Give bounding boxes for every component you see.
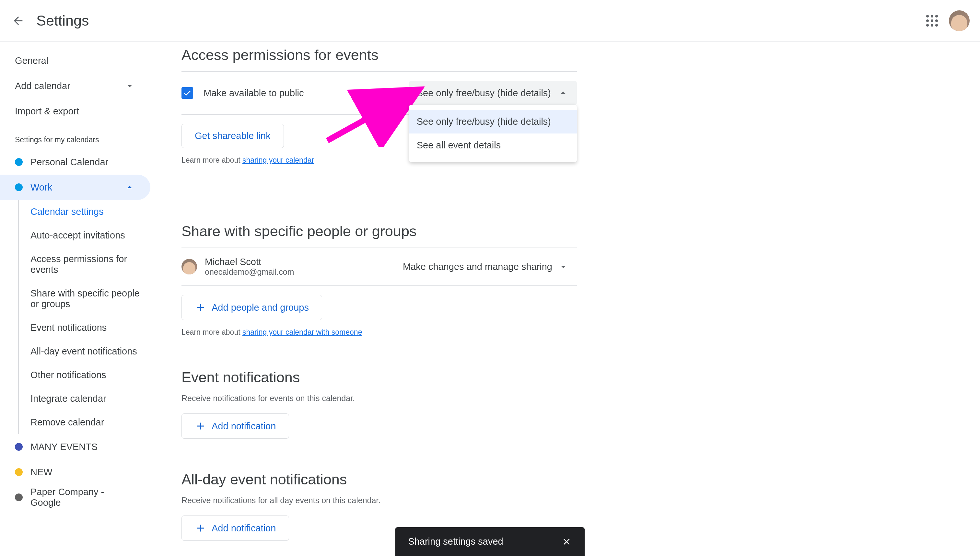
person-email: onecaldemo@gmail.com (205, 267, 294, 277)
main-layout: General Add calendar Import & export Set… (0, 42, 980, 556)
sub-item-share-specific[interactable]: Share with specific people or groups (19, 281, 155, 316)
sidebar-sub-items: Calendar settings Auto-accept invitation… (18, 200, 155, 434)
dropdown-container: See only free/busy (hide details) See on… (409, 81, 577, 105)
sidebar: General Add calendar Import & export Set… (0, 42, 155, 556)
sidebar-item-add-calendar[interactable]: Add calendar (0, 73, 150, 99)
permission-value: Make changes and manage sharing (403, 262, 552, 272)
sidebar-item-import-export[interactable]: Import & export (0, 99, 150, 124)
sub-item-calendar-settings[interactable]: Calendar settings (19, 200, 155, 223)
section-event-notifications: Event notifications Receive notification… (181, 369, 577, 439)
section-title: All-day event notifications (181, 471, 577, 488)
dropdown-menu: See only free/busy (hide details) See al… (409, 105, 577, 162)
sidebar-item-label: Work (31, 182, 52, 193)
add-people-button[interactable]: Add people and groups (181, 295, 322, 320)
header: Settings (0, 0, 980, 42)
sidebar-item-label: MANY EVENTS (31, 441, 97, 452)
sidebar-item-label: General (15, 55, 48, 66)
section-title: Event notifications (181, 369, 577, 386)
checkbox-row: Make available to public See only free/b… (181, 72, 577, 115)
header-right (924, 10, 970, 31)
sidebar-calendar-work[interactable]: Work (0, 175, 150, 200)
plus-icon (195, 420, 207, 432)
sidebar-item-general[interactable]: General (0, 48, 150, 73)
page-title: Settings (36, 12, 89, 29)
sidebar-heading: Settings for my calendars (0, 124, 155, 149)
section-title: Access permissions for events (181, 47, 577, 63)
toast-message: Sharing settings saved (408, 536, 503, 547)
dropdown-option-free-busy[interactable]: See only free/busy (hide details) (409, 110, 577, 134)
user-avatar[interactable] (949, 10, 970, 31)
calendar-color-dot (15, 493, 23, 501)
sidebar-calendar-new[interactable]: NEW (0, 459, 150, 485)
calendar-color-dot (15, 468, 23, 476)
content: Access permissions for events Make avail… (155, 42, 980, 556)
sub-item-allday-notifications[interactable]: All-day event notifications (19, 339, 155, 363)
person-name: Michael Scott (205, 257, 294, 267)
chevron-down-icon (557, 261, 569, 273)
section-description: Receive notifications for all day events… (181, 496, 577, 505)
sub-item-event-notifications[interactable]: Event notifications (19, 316, 155, 339)
sidebar-item-label: Import & export (15, 106, 79, 116)
button-label: Add notification (212, 421, 276, 432)
add-notification-button[interactable]: Add notification (181, 414, 289, 439)
chevron-up-icon (124, 181, 136, 193)
close-icon (562, 537, 572, 547)
section-title: Share with specific people or groups (181, 223, 577, 240)
toast-close-button[interactable] (562, 537, 572, 547)
arrow-back-icon (12, 14, 24, 27)
chevron-up-icon (557, 87, 569, 99)
checkbox-label: Make available to public (204, 88, 304, 99)
sidebar-item-label: Paper Company - Google (31, 486, 136, 508)
person-info: Michael Scott onecaldemo@gmail.com (205, 257, 294, 277)
chevron-down-icon (124, 80, 136, 92)
sidebar-item-label: NEW (31, 467, 52, 478)
button-label: Get shareable link (195, 131, 271, 141)
dropdown-option-all-details[interactable]: See all event details (409, 134, 577, 157)
learn-more-text: Learn more about sharing your calendar w… (181, 328, 577, 337)
dropdown-value: See only free/busy (hide details) (417, 88, 551, 99)
sidebar-calendar-many-events[interactable]: MANY EVENTS (0, 434, 150, 459)
section-access-permissions: Access permissions for events Make avail… (181, 47, 577, 165)
section-share-specific: Share with specific people or groups Mic… (181, 223, 577, 337)
calendar-color-dot (15, 183, 23, 191)
calendar-color-dot (15, 443, 23, 451)
sub-item-access-permissions[interactable]: Access permissions for events (19, 247, 155, 281)
get-shareable-link-button[interactable]: Get shareable link (181, 124, 284, 148)
person-row: Michael Scott onecaldemo@gmail.com Make … (181, 248, 577, 286)
sidebar-calendar-paper-company[interactable]: Paper Company - Google (0, 485, 150, 510)
visibility-dropdown[interactable]: See only free/busy (hide details) (409, 81, 577, 105)
person-avatar (181, 259, 197, 275)
sub-item-remove[interactable]: Remove calendar (19, 411, 155, 434)
section-description: Receive notifications for events on this… (181, 394, 577, 403)
sidebar-item-label: Personal Calendar (31, 157, 108, 168)
learn-more-link[interactable]: sharing your calendar with someone (243, 328, 362, 336)
toast-notification: Sharing settings saved (395, 527, 585, 556)
add-notification-button[interactable]: Add notification (181, 516, 289, 541)
back-button[interactable] (10, 13, 26, 29)
make-public-checkbox[interactable] (181, 87, 193, 99)
learn-more-link[interactable]: sharing your calendar (243, 156, 314, 164)
sidebar-item-label: Add calendar (15, 81, 70, 91)
checkmark-icon (183, 89, 192, 97)
sub-item-auto-accept[interactable]: Auto-accept invitations (19, 223, 155, 247)
calendar-color-dot (15, 158, 23, 166)
button-label: Add notification (212, 523, 276, 533)
google-apps-button[interactable] (924, 13, 940, 29)
sub-item-other-notifications[interactable]: Other notifications (19, 363, 155, 387)
apps-grid-icon (926, 15, 938, 27)
sub-item-integrate[interactable]: Integrate calendar (19, 387, 155, 411)
permission-dropdown[interactable]: Make changes and manage sharing (395, 255, 577, 278)
sidebar-calendar-personal[interactable]: Personal Calendar (0, 149, 150, 175)
button-label: Add people and groups (212, 302, 309, 313)
plus-icon (195, 522, 207, 534)
plus-icon (195, 302, 207, 313)
